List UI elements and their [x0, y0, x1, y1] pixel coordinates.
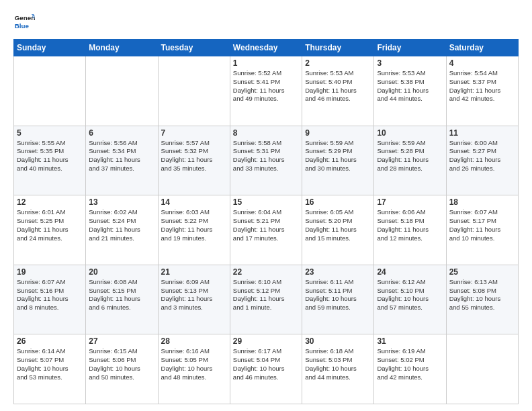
calendar-week-3: 19Sunrise: 6:07 AM Sunset: 5:16 PM Dayli… — [14, 265, 519, 334]
weekday-header-saturday: Saturday — [446, 40, 518, 56]
day-info: Sunrise: 6:18 AM Sunset: 5:03 PM Dayligh… — [305, 347, 371, 381]
day-info: Sunrise: 5:55 AM Sunset: 5:35 PM Dayligh… — [17, 139, 83, 173]
calendar-cell-w4-d0: 26Sunrise: 6:14 AM Sunset: 5:07 PM Dayli… — [14, 334, 86, 404]
day-number: 28 — [161, 336, 227, 346]
calendar-cell-w3-d1: 20Sunrise: 6:08 AM Sunset: 5:15 PM Dayli… — [86, 265, 158, 334]
weekday-header-row: SundayMondayTuesdayWednesdayThursdayFrid… — [14, 40, 519, 56]
calendar-cell-w2-d3: 15Sunrise: 6:04 AM Sunset: 5:21 PM Dayli… — [230, 195, 302, 265]
weekday-header-monday: Monday — [86, 40, 158, 56]
day-number: 8 — [233, 128, 299, 138]
day-info: Sunrise: 6:19 AM Sunset: 5:02 PM Dayligh… — [377, 347, 443, 381]
day-info: Sunrise: 6:01 AM Sunset: 5:25 PM Dayligh… — [17, 208, 83, 242]
day-number: 1 — [233, 58, 299, 68]
svg-text:Blue: Blue — [15, 22, 30, 30]
calendar-week-4: 26Sunrise: 6:14 AM Sunset: 5:07 PM Dayli… — [14, 334, 519, 404]
day-number: 29 — [233, 336, 299, 346]
logo: General Blue — [13, 11, 35, 32]
calendar-cell-w2-d2: 14Sunrise: 6:03 AM Sunset: 5:22 PM Dayli… — [158, 195, 230, 265]
day-number: 10 — [377, 128, 443, 138]
day-number: 11 — [449, 128, 515, 138]
day-number: 9 — [305, 128, 371, 138]
calendar-cell-w2-d6: 18Sunrise: 6:07 AM Sunset: 5:17 PM Dayli… — [446, 195, 518, 265]
calendar-cell-w4-d1: 27Sunrise: 6:15 AM Sunset: 5:06 PM Dayli… — [86, 334, 158, 404]
calendar-cell-w3-d5: 24Sunrise: 6:12 AM Sunset: 5:10 PM Dayli… — [374, 265, 446, 334]
svg-text:General: General — [15, 14, 35, 21]
day-info: Sunrise: 6:07 AM Sunset: 5:17 PM Dayligh… — [449, 208, 515, 242]
day-info: Sunrise: 6:02 AM Sunset: 5:24 PM Dayligh… — [89, 208, 154, 242]
day-info: Sunrise: 5:53 AM Sunset: 5:38 PM Dayligh… — [377, 69, 443, 103]
calendar-cell-w2-d0: 12Sunrise: 6:01 AM Sunset: 5:25 PM Dayli… — [14, 195, 86, 265]
calendar-cell-w0-d6: 4Sunrise: 5:54 AM Sunset: 5:37 PM Daylig… — [446, 56, 518, 126]
day-number: 5 — [17, 128, 83, 138]
calendar-cell-w1-d5: 10Sunrise: 5:59 AM Sunset: 5:28 PM Dayli… — [374, 126, 446, 195]
day-number: 27 — [89, 336, 154, 346]
day-info: Sunrise: 6:00 AM Sunset: 5:27 PM Dayligh… — [449, 139, 515, 173]
calendar-cell-w0-d1 — [86, 56, 158, 126]
calendar-cell-w3-d3: 22Sunrise: 6:10 AM Sunset: 5:12 PM Dayli… — [230, 265, 302, 334]
calendar-cell-w0-d5: 3Sunrise: 5:53 AM Sunset: 5:38 PM Daylig… — [374, 56, 446, 126]
day-number: 15 — [233, 197, 299, 207]
calendar-cell-w0-d4: 2Sunrise: 5:53 AM Sunset: 5:40 PM Daylig… — [302, 56, 374, 126]
calendar-cell-w4-d5: 31Sunrise: 6:19 AM Sunset: 5:02 PM Dayli… — [374, 334, 446, 404]
day-number: 23 — [305, 267, 371, 277]
calendar-cell-w2-d4: 16Sunrise: 6:05 AM Sunset: 5:20 PM Dayli… — [302, 195, 374, 265]
calendar-cell-w0-d2 — [158, 56, 230, 126]
day-number: 26 — [17, 336, 83, 346]
calendar-cell-w3-d2: 21Sunrise: 6:09 AM Sunset: 5:13 PM Dayli… — [158, 265, 230, 334]
calendar-week-2: 12Sunrise: 6:01 AM Sunset: 5:25 PM Dayli… — [14, 195, 519, 265]
calendar-cell-w1-d4: 9Sunrise: 5:59 AM Sunset: 5:29 PM Daylig… — [302, 126, 374, 195]
day-number: 16 — [305, 197, 371, 207]
calendar-cell-w0-d3: 1Sunrise: 5:52 AM Sunset: 5:41 PM Daylig… — [230, 56, 302, 126]
day-info: Sunrise: 6:09 AM Sunset: 5:13 PM Dayligh… — [161, 278, 227, 312]
day-number: 17 — [377, 197, 443, 207]
day-number: 25 — [449, 267, 515, 277]
calendar-cell-w0-d0 — [14, 56, 86, 126]
calendar-cell-w1-d2: 7Sunrise: 5:57 AM Sunset: 5:32 PM Daylig… — [158, 126, 230, 195]
calendar-cell-w1-d0: 5Sunrise: 5:55 AM Sunset: 5:35 PM Daylig… — [14, 126, 86, 195]
day-info: Sunrise: 6:17 AM Sunset: 5:04 PM Dayligh… — [233, 347, 299, 381]
day-number: 2 — [305, 58, 371, 68]
day-info: Sunrise: 6:06 AM Sunset: 5:18 PM Dayligh… — [377, 208, 443, 242]
day-info: Sunrise: 5:57 AM Sunset: 5:32 PM Dayligh… — [161, 139, 227, 173]
day-info: Sunrise: 6:14 AM Sunset: 5:07 PM Dayligh… — [17, 347, 83, 381]
day-number: 6 — [89, 128, 154, 138]
day-info: Sunrise: 6:13 AM Sunset: 5:08 PM Dayligh… — [449, 278, 515, 312]
day-info: Sunrise: 5:52 AM Sunset: 5:41 PM Dayligh… — [233, 69, 299, 103]
day-number: 19 — [17, 267, 83, 277]
day-info: Sunrise: 5:54 AM Sunset: 5:37 PM Dayligh… — [449, 69, 515, 103]
day-info: Sunrise: 5:53 AM Sunset: 5:40 PM Dayligh… — [305, 69, 371, 103]
day-number: 24 — [377, 267, 443, 277]
day-info: Sunrise: 6:16 AM Sunset: 5:05 PM Dayligh… — [161, 347, 227, 381]
calendar-cell-w2-d5: 17Sunrise: 6:06 AM Sunset: 5:18 PM Dayli… — [374, 195, 446, 265]
day-number: 7 — [161, 128, 227, 138]
day-number: 21 — [161, 267, 227, 277]
calendar-cell-w1-d1: 6Sunrise: 5:56 AM Sunset: 5:34 PM Daylig… — [86, 126, 158, 195]
day-info: Sunrise: 6:04 AM Sunset: 5:21 PM Dayligh… — [233, 208, 299, 242]
weekday-header-tuesday: Tuesday — [158, 40, 230, 56]
logo-icon: General Blue — [13, 11, 35, 32]
calendar-cell-w3-d0: 19Sunrise: 6:07 AM Sunset: 5:16 PM Dayli… — [14, 265, 86, 334]
header: General Blue — [13, 11, 519, 32]
day-number: 14 — [161, 197, 227, 207]
day-info: Sunrise: 6:03 AM Sunset: 5:22 PM Dayligh… — [161, 208, 227, 242]
day-info: Sunrise: 6:07 AM Sunset: 5:16 PM Dayligh… — [17, 278, 83, 312]
day-number: 31 — [377, 336, 443, 346]
calendar-cell-w4-d4: 30Sunrise: 6:18 AM Sunset: 5:03 PM Dayli… — [302, 334, 374, 404]
day-info: Sunrise: 6:05 AM Sunset: 5:20 PM Dayligh… — [305, 208, 371, 242]
day-number: 13 — [89, 197, 154, 207]
calendar-cell-w4-d2: 28Sunrise: 6:16 AM Sunset: 5:05 PM Dayli… — [158, 334, 230, 404]
day-info: Sunrise: 5:58 AM Sunset: 5:31 PM Dayligh… — [233, 139, 299, 173]
calendar-cell-w2-d1: 13Sunrise: 6:02 AM Sunset: 5:24 PM Dayli… — [86, 195, 158, 265]
day-info: Sunrise: 5:59 AM Sunset: 5:29 PM Dayligh… — [305, 139, 371, 173]
page: General Blue SundayMondayTuesdayWednesda… — [0, 0, 532, 411]
weekday-header-wednesday: Wednesday — [230, 40, 302, 56]
day-info: Sunrise: 6:12 AM Sunset: 5:10 PM Dayligh… — [377, 278, 443, 312]
day-info: Sunrise: 5:59 AM Sunset: 5:28 PM Dayligh… — [377, 139, 443, 173]
day-number: 18 — [449, 197, 515, 207]
calendar-cell-w1-d6: 11Sunrise: 6:00 AM Sunset: 5:27 PM Dayli… — [446, 126, 518, 195]
calendar-cell-w3-d4: 23Sunrise: 6:11 AM Sunset: 5:11 PM Dayli… — [302, 265, 374, 334]
day-info: Sunrise: 6:10 AM Sunset: 5:12 PM Dayligh… — [233, 278, 299, 312]
calendar-cell-w4-d6 — [446, 334, 518, 404]
calendar-cell-w1-d3: 8Sunrise: 5:58 AM Sunset: 5:31 PM Daylig… — [230, 126, 302, 195]
weekday-header-sunday: Sunday — [14, 40, 86, 56]
